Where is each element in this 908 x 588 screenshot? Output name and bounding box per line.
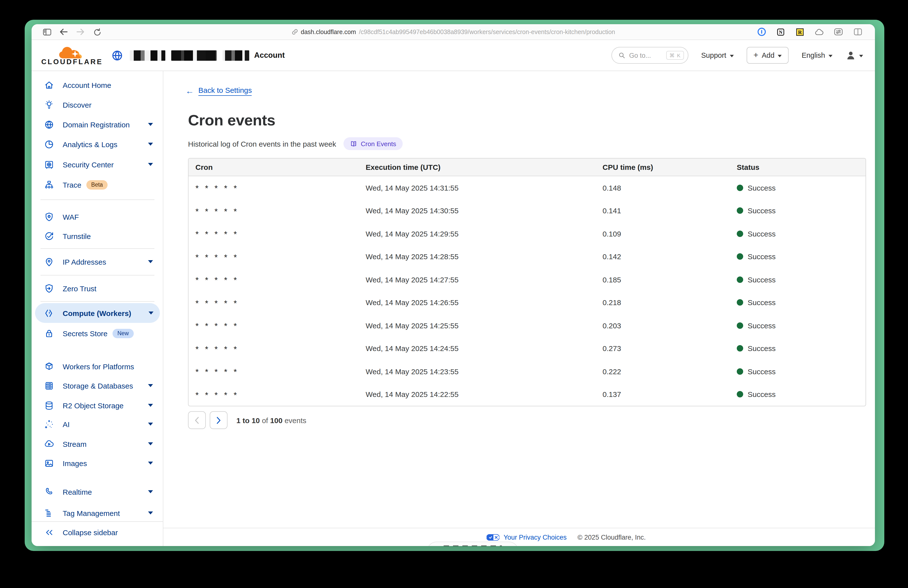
sidebar-item-label: Compute (Workers)	[63, 309, 131, 317]
table-row: * * * * * Wed, 14 May 2025 14:23:55 0.22…	[188, 360, 866, 383]
sidebar-item[interactable]: Turnstile	[32, 226, 163, 246]
sidebar-item[interactable]: R2 Object Storage	[32, 395, 163, 415]
chevron-down-icon	[148, 311, 153, 314]
success-status-dot	[737, 368, 743, 375]
next-page-button[interactable]	[210, 411, 227, 429]
browser-window: dash.cloudflare.com/c98cdf51c4ab995497eb…	[32, 24, 875, 546]
waf-icon	[43, 211, 54, 222]
sidebar-toggle-icon[interactable]	[42, 27, 52, 36]
sidebar-item[interactable]: Images	[32, 453, 163, 473]
icloud-tab-icon[interactable]	[815, 27, 824, 36]
sidebar-item-label: Analytics & Logs	[63, 140, 118, 148]
chevron-down-icon	[148, 442, 153, 445]
cpu-time-cell: 0.218	[596, 298, 730, 307]
discover-icon	[43, 99, 54, 110]
forward-button-icon[interactable]	[76, 27, 85, 36]
back-button-icon[interactable]	[59, 27, 68, 36]
sidebar-item[interactable]: Stream	[32, 434, 163, 454]
back-to-settings-link[interactable]: ← Back to Settings	[185, 86, 252, 96]
partial-popup[interactable]	[427, 541, 518, 546]
chevron-down-icon	[148, 143, 153, 146]
sidebar-item[interactable]: Realtime	[32, 482, 163, 502]
support-menu[interactable]: Support	[701, 52, 734, 59]
sidebar-item[interactable]: Domain Registration	[32, 114, 163, 134]
status-cell: Success	[730, 390, 866, 399]
cpu-time-cell: 0.222	[596, 367, 730, 376]
chevron-down-icon	[148, 462, 153, 465]
sidebar-item[interactable]: Compute (Workers)	[35, 303, 160, 323]
sidebar-item[interactable]: Discover	[32, 95, 163, 114]
previous-page-button[interactable]	[188, 411, 206, 429]
add-button[interactable]: + Add	[746, 47, 789, 64]
page-title: Cron events	[188, 111, 275, 129]
sidebar-item-label: Security Center	[63, 160, 114, 169]
cron-events-badge[interactable]: Cron Events	[343, 137, 402, 150]
pagination: 1 to 10 of 100 events	[188, 411, 306, 429]
sidebar-item[interactable]: Analytics & Logs	[32, 134, 163, 154]
shortcut-badge: ⌘ K	[667, 51, 684, 60]
table-row: * * * * * Wed, 14 May 2025 14:24:55 0.27…	[188, 337, 866, 360]
support-label: Support	[701, 52, 726, 59]
sidebar-item[interactable]: Trace Beta	[32, 175, 163, 195]
sidebar-item[interactable]: Secrets Store New	[32, 323, 163, 343]
status-label: Success	[748, 298, 776, 307]
status-cell: Success	[730, 206, 866, 215]
link-icon	[291, 29, 298, 35]
cron-events-badge-label: Cron Events	[361, 140, 396, 147]
sidebar-item[interactable]: Tag Management	[32, 503, 163, 523]
sidebar-item[interactable]: Storage & Databases	[32, 376, 163, 395]
pagination-summary: 1 to 10 of 100 events	[237, 416, 306, 424]
sidebar-item[interactable]: WAF	[32, 207, 163, 227]
domain-icon	[43, 119, 54, 130]
footer: Your Privacy Choices © 2025 Cloudflare, …	[163, 528, 875, 546]
home-icon	[43, 79, 54, 90]
chevron-down-icon	[148, 404, 153, 407]
language-menu[interactable]: English	[802, 52, 832, 59]
sidebar-divider	[40, 248, 155, 249]
address-bar[interactable]: dash.cloudflare.com/c98cdf51c4ab995497eb…	[291, 28, 615, 35]
cron-expression-cell: * * * * *	[188, 343, 359, 354]
sidebar-item[interactable]: Zero Trust	[32, 279, 163, 298]
sidebar-item[interactable]: Account Home	[32, 75, 163, 95]
cpu-time-cell: 0.137	[596, 390, 730, 399]
cloudflare-logo[interactable]: CLOUDFLARE	[43, 45, 101, 65]
sidebar-item-label: Discover	[63, 100, 92, 109]
pagination-total: 100	[270, 416, 283, 424]
sidebar-item[interactable]: IP Addresses	[32, 252, 163, 272]
privacy-choices-link[interactable]: Your Privacy Choices	[478, 533, 572, 541]
sidebar-item-label: Collapse sidebar	[63, 528, 118, 536]
status-label: Success	[748, 344, 776, 353]
analytics-icon	[43, 139, 54, 150]
chevron-down-icon	[148, 123, 153, 126]
svg-text:R: R	[798, 29, 802, 35]
realtime-icon	[43, 486, 54, 497]
search-input[interactable]: Go to... ⌘ K	[612, 47, 688, 64]
tag-management-icon	[43, 507, 54, 519]
sidebar-item-label: Account Home	[63, 81, 111, 89]
sidebar-item-label: R2 Object Storage	[63, 401, 124, 409]
success-status-dot	[737, 230, 743, 237]
sidebar-item-label: Tag Management	[63, 509, 120, 517]
sidebar-item[interactable]: Collapse sidebar	[32, 522, 163, 542]
back-arrow-icon: ←	[185, 87, 194, 95]
extensions-settings-icon[interactable]	[834, 27, 843, 36]
notion-extension-icon[interactable]: N	[776, 27, 785, 36]
sidebar-divider	[40, 200, 155, 200]
status-cell: Success	[730, 367, 866, 376]
cron-expression-cell: * * * * *	[188, 388, 359, 400]
reload-button-icon[interactable]	[93, 27, 101, 36]
plus-icon: +	[753, 50, 758, 60]
split-view-icon[interactable]	[853, 27, 862, 36]
execution-time-cell: Wed, 14 May 2025 14:25:55	[359, 321, 596, 330]
onepassword-extension-icon[interactable]	[757, 27, 766, 36]
status-label: Success	[748, 275, 776, 284]
sidebar-item[interactable]: Security Center	[32, 155, 163, 174]
sidebar-item[interactable]: AI	[32, 414, 163, 434]
r-extension-icon[interactable]: R	[795, 27, 804, 36]
redacted-account-name	[130, 50, 249, 60]
user-menu[interactable]	[845, 50, 863, 61]
sidebar-item[interactable]: Workers for Platforms	[32, 356, 163, 376]
table-row: * * * * * Wed, 14 May 2025 14:29:55 0.10…	[188, 222, 866, 245]
globe-icon[interactable]	[111, 50, 123, 61]
sidebar-item-label: Workers for Platforms	[63, 362, 134, 371]
